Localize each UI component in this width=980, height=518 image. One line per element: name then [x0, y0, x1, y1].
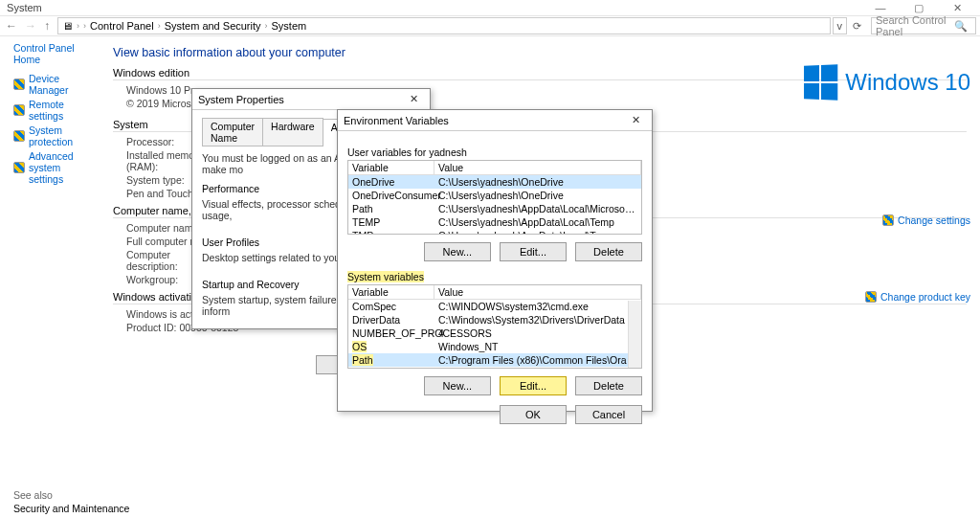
user-vars-caption: User variables for yadnesh	[347, 146, 642, 158]
user-var-row[interactable]: TMPC:\Users\yadnesh\AppData\Local\Temp	[348, 229, 641, 235]
sys-vars-scrollbar[interactable]	[628, 301, 641, 368]
sys-vars-caption: System variables	[347, 271, 424, 282]
search-icon: 🔍	[954, 20, 968, 33]
maximize-button[interactable]: ▢	[900, 2, 938, 14]
close-button[interactable]: ✕	[938, 2, 976, 14]
sidebar-item-advanced-settings[interactable]: Advanced system settings	[13, 150, 98, 185]
tab-computer-name[interactable]: Computer Name	[202, 118, 263, 146]
user-new-button[interactable]: New...	[424, 242, 491, 261]
chevron-right-icon: ›	[83, 21, 86, 31]
crumb-system-security[interactable]: System and Security	[165, 20, 261, 32]
sidebar-item-remote-settings[interactable]: Remote settings	[13, 99, 98, 122]
search-placeholder: Search Control Panel	[876, 14, 954, 37]
address-history-dropdown[interactable]: v	[833, 17, 848, 34]
env-ok-button[interactable]: OK	[500, 405, 567, 424]
user-var-row[interactable]: OneDriveConsumerC:\Users\yadnesh\OneDriv…	[348, 189, 641, 202]
env-close-icon[interactable]: ✕	[626, 114, 646, 126]
windows-logo: Windows 10	[803, 65, 970, 100]
user-edit-button[interactable]: Edit...	[500, 242, 567, 261]
forward-icon[interactable]: →	[25, 19, 36, 33]
user-vars-table[interactable]: VariableValue OneDriveC:\Users\yadnesh\O…	[347, 160, 642, 235]
windows-logo-text: Windows 10	[845, 69, 970, 96]
sidebar-item-system-protection[interactable]: System protection	[13, 124, 98, 147]
sys-vars-table[interactable]: VariableValue ComSpecC:\WINDOWS\system32…	[347, 284, 642, 369]
see-also-label: See also	[13, 489, 129, 501]
env-vars-dialog: Environment Variables ✕ User variables f…	[337, 109, 653, 412]
crumb-control-panel[interactable]: Control Panel	[90, 20, 154, 32]
user-var-row[interactable]: TEMPC:\Users\yadnesh\AppData\Local\Temp	[348, 215, 641, 229]
breadcrumb[interactable]: 🖥› › Control Panel › System and Security…	[57, 17, 831, 34]
shield-icon	[13, 79, 25, 90]
sidebar-item-device-manager[interactable]: Device Manager	[13, 73, 98, 96]
tab-hardware[interactable]: Hardware	[262, 118, 323, 146]
sys-var-row[interactable]: DriverDataC:\Windows\System32\Drivers\Dr…	[348, 313, 641, 327]
crumb-system[interactable]: System	[272, 20, 307, 32]
sysprops-close-icon[interactable]: ✕	[404, 93, 424, 105]
pc-icon: 🖥	[62, 20, 73, 32]
sys-var-row[interactable]: NUMBER_OF_PROCESSORS4	[348, 327, 641, 340]
col-variable[interactable]: Variable	[348, 161, 434, 174]
user-var-row[interactable]: PathC:\Users\yadnesh\AppData\Local\Micro…	[348, 202, 641, 215]
shield-icon	[13, 104, 25, 116]
col-variable[interactable]: Variable	[348, 285, 434, 299]
minimize-button[interactable]: —	[861, 2, 900, 13]
search-input[interactable]: Search Control Panel 🔍	[871, 17, 976, 34]
user-var-row[interactable]: OneDriveC:\Users\yadnesh\OneDrive	[348, 175, 641, 189]
shield-icon	[13, 130, 25, 142]
col-value[interactable]: Value	[434, 285, 641, 299]
env-title: Environment Variables	[344, 115, 449, 126]
windows-logo-icon	[804, 64, 837, 100]
env-cancel-button[interactable]: Cancel	[575, 405, 642, 424]
page-title: View basic information about your comput…	[113, 46, 967, 59]
sys-var-row-path[interactable]: PathC:\Program Files (x86)\Common Files\…	[348, 353, 641, 367]
sys-var-row[interactable]: OSWindows_NT	[348, 340, 641, 353]
refresh-icon[interactable]: ⟳	[847, 20, 867, 33]
change-settings-link[interactable]: Change settings	[882, 214, 970, 226]
sys-var-row[interactable]: PATHEXT.COM;.EXE;.BAT;.CMD;.VBS;.VBE;.JS…	[348, 367, 641, 369]
sys-edit-button[interactable]: Edit...	[500, 376, 567, 395]
sysprops-title: System Properties	[198, 94, 284, 105]
sys-new-button[interactable]: New...	[424, 376, 491, 395]
see-also-security[interactable]: Security and Maintenance	[13, 503, 129, 514]
shield-icon	[13, 162, 25, 173]
back-icon[interactable]: ←	[6, 19, 17, 33]
change-product-key-link[interactable]: Change product key	[865, 291, 970, 303]
sys-var-row[interactable]: ComSpecC:\WINDOWS\system32\cmd.exe	[348, 300, 641, 313]
col-value[interactable]: Value	[434, 161, 641, 174]
up-icon[interactable]: ↑	[44, 19, 50, 33]
window-title: System	[7, 2, 42, 13]
control-panel-home[interactable]: Control Panel Home	[13, 42, 98, 65]
user-delete-button[interactable]: Delete	[575, 242, 642, 261]
sys-delete-button[interactable]: Delete	[575, 376, 642, 395]
